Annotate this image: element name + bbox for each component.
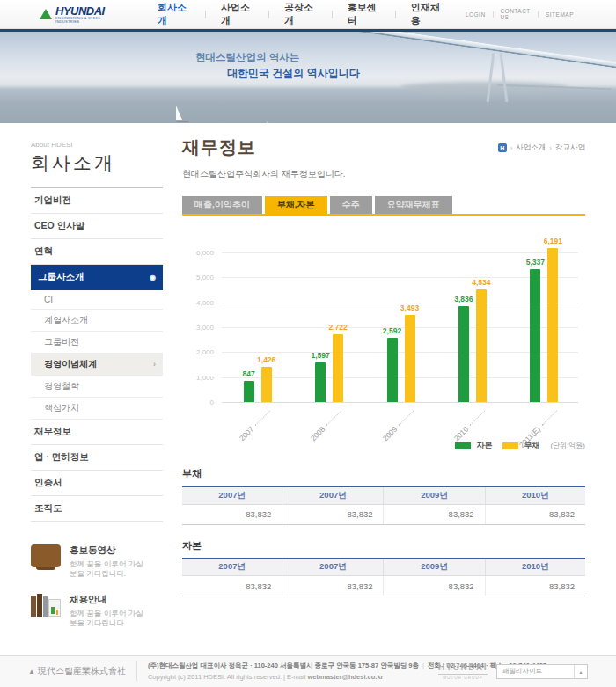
bullet-circle-icon: ◉ (150, 274, 156, 281)
bar-부채: 2,722 (333, 334, 343, 402)
legend-label-capital: 자본 (476, 440, 492, 451)
tab-sales-profit[interactable]: 매출,이익추이 (182, 196, 262, 214)
nav-recruit[interactable]: 인재채용 (396, 1, 458, 27)
col-header: 2007년 (182, 486, 282, 504)
cell-value: 83,832 (282, 504, 384, 524)
bar-value-label: 5,337 (526, 258, 545, 267)
col-header: 2009년 (384, 559, 485, 576)
sidebar-menu: 기업비전 CEO 인사말 연혁 그룹사소개◉ CI 계열사소개 그룹비전 경영이… (31, 187, 163, 522)
col-header: 2007년 (282, 486, 384, 504)
promo-pr-video[interactable]: 홍보동영상 함께 꿈을 이루어 가실 분을 기다립니다. (31, 544, 163, 580)
footer: ▲ 現代스틸産業株式會社 (주)현대스틸산업 대표이사 정옥균 · 110-24… (0, 655, 616, 687)
sidebar-item-organization[interactable]: 조직도 (31, 496, 163, 522)
y-tick-label: 3,000 (182, 324, 214, 332)
y-tick-label: 4,000 (182, 299, 214, 307)
cell-value: 83,832 (182, 504, 282, 524)
bar-group: 8471,426 (244, 367, 272, 402)
sidebar-item-certificates[interactable]: 인증서 (31, 471, 163, 496)
breadcrumb: H › 사업소개 › 강교사업 (498, 143, 585, 153)
bridge-pier-art (486, 53, 509, 102)
bar-자본: 3,836 (458, 306, 469, 402)
sidebar-item-mgmt-philosophy[interactable]: 경영철학 (31, 376, 163, 398)
bar-chart: 8471,4261,5972,7222,5923,4933,8364,5345,… (182, 235, 585, 453)
y-tick-label: 5,000 (182, 274, 214, 281)
capital-table-title: 자본 (182, 539, 585, 552)
sidebar-item-group-intro[interactable]: 그룹사소개◉ (31, 265, 163, 290)
x-tick-label: 2009 (380, 407, 415, 442)
bar-value-label: 1,426 (257, 355, 275, 364)
footer-email[interactable]: webmaster@hdesi.co.kr (307, 673, 383, 681)
sidebar-item-financial-info[interactable]: 재무정보 (31, 420, 163, 445)
col-header: 2009년 (384, 486, 485, 504)
nav-business[interactable]: 사업소개 (206, 1, 268, 27)
nav-pr-center[interactable]: 홍보센터 (333, 1, 395, 27)
sidebar-item-mgmt-philosophy-system[interactable]: 경영이념체계› (31, 354, 163, 376)
cell-value: 83,832 (384, 504, 485, 524)
banner-slogan-line1: 현대스틸산업의 역사는 (195, 51, 299, 64)
sidebar-item-history[interactable]: 연혁 (31, 239, 163, 265)
sidebar: About HDESI 회사소개 기업비전 CEO 인사말 연혁 그룹사소개◉ … (31, 135, 163, 629)
cell-value: 83,832 (282, 576, 384, 596)
tab-orders[interactable]: 수주 (330, 196, 372, 214)
capital-table: 2007년 2007년 2009년 2010년 83,832 83,832 83… (182, 558, 585, 597)
table-row: 83,832 83,832 83,832 83,832 (182, 504, 585, 524)
bar-부채: 1,426 (261, 367, 272, 402)
page-title: 재무정보 (182, 135, 256, 159)
table-row: 83,832 83,832 83,832 83,832 (182, 576, 585, 596)
page-subtitle: 현대스틸산업주식회사의 재무정보입니다. (182, 168, 585, 180)
footer-info: (주)현대스틸산업 대표이사 정옥균 · 110-240 서울특별시 종로구 안… (148, 661, 438, 681)
books-icon (31, 594, 61, 617)
chevron-up-icon: ▴ (574, 665, 587, 678)
breadcrumb-steel-bridge: 강교사업 (555, 143, 585, 153)
global-nav: 회사소개 사업소개 공장소개 홍보센터 인재채용 (143, 1, 458, 27)
sidebar-item-ceo[interactable]: CEO 인사말 (31, 214, 163, 239)
debt-table-section: 부채 2007년 2007년 2009년 2010년 83,832 83,832… (182, 467, 585, 525)
login-link[interactable]: LOGIN (458, 11, 493, 18)
sitemap-link[interactable]: SITEMAP (539, 11, 581, 18)
promo-recruit-guide[interactable]: 채용안내 함께 꿈을 이루어 가실 분을 기다립니다. (31, 594, 163, 629)
sidebar-title: 회사소개 (31, 150, 163, 175)
y-tick-label: 1,000 (182, 374, 214, 382)
cell-value: 83,832 (182, 576, 282, 596)
bar-자본: 847 (244, 381, 254, 402)
nav-factory[interactable]: 공장소개 (269, 1, 332, 27)
bar-value-label: 847 (243, 369, 255, 378)
home-icon[interactable]: H (498, 143, 507, 152)
footer-address: (주)현대스틸산업 대표이사 정옥균 · 110-240 서울특별시 종로구 안… (148, 661, 419, 669)
tab-summary-statements[interactable]: 요약재무제표 (375, 196, 452, 214)
y-tick-label: 2,000 (182, 348, 214, 356)
bar-부채: 3,493 (405, 315, 415, 402)
sidebar-item-ci[interactable]: CI (31, 290, 163, 310)
col-header: 2010년 (485, 559, 585, 576)
nav-company[interactable]: 회사소개 (143, 1, 205, 27)
logo-brand: HYUNDAI (55, 5, 118, 17)
bar-자본: 2,592 (387, 338, 398, 402)
sidebar-item-vision[interactable]: 기업비전 (31, 188, 163, 214)
y-tick-label: 0 (182, 398, 214, 406)
sidebar-item-group-vision[interactable]: 그룹비전 (31, 332, 163, 354)
family-site-select[interactable]: 패밀리사이트 ▴ (496, 664, 588, 679)
hyundai-logo[interactable]: HYUNDAI ENGINEERING & STEEL INDUSTRIES (40, 5, 118, 24)
table-header-row: 2007년 2007년 2009년 2010년 (182, 559, 585, 576)
bar-value-label: 3,836 (454, 295, 473, 303)
banner-slogan-line2: 대한민국 건설의 역사입니다 (227, 66, 360, 81)
col-header: 2010년 (485, 486, 585, 504)
sidebar-item-license-info[interactable]: 업 · 면허정보 (31, 445, 163, 471)
page: HYUNDAI ENGINEERING & STEEL INDUSTRIES 회… (0, 0, 616, 687)
bar-value-label: 6,191 (544, 237, 562, 245)
col-header: 2007년 (182, 559, 282, 576)
sailboat-icon (176, 106, 189, 122)
hyundai-motor-group-logo: HYUNDAI MOTOR GROUP (438, 663, 488, 681)
family-site-label: 패밀리사이트 (497, 667, 574, 676)
sidebar-item-core-values[interactable]: 핵심가치 (31, 398, 163, 420)
bar-부채: 6,191 (547, 248, 558, 402)
main-section: 재무정보 H › 사업소개 › 강교사업 현대스틸산업주식회사의 재무정보입니다… (182, 135, 585, 629)
sidebar-item-affiliates[interactable]: 계열사소개 (31, 310, 163, 332)
contact-link[interactable]: CONTACT US (493, 8, 538, 20)
bar-value-label: 4,534 (472, 278, 490, 287)
breadcrumb-business[interactable]: 사업소개 (516, 143, 546, 153)
bridge-deck-art (335, 32, 616, 71)
y-tick-label: 6,000 (182, 249, 214, 257)
gridline (222, 277, 578, 278)
tab-debt-capital[interactable]: 부채,자본 (265, 196, 327, 214)
